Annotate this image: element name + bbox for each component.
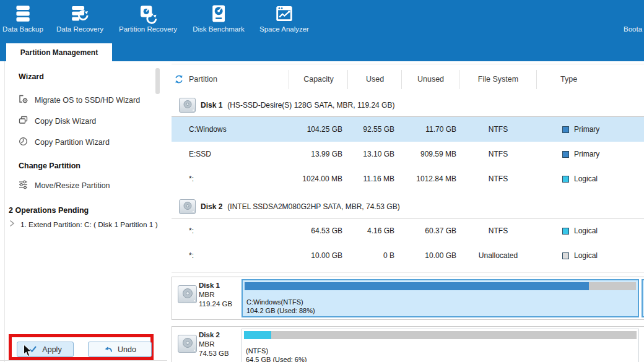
cell-type: Logical [537, 251, 644, 260]
column-separator [347, 70, 348, 89]
sidebar-item-label: Migrate OS to SSD/HD Wizard [35, 96, 140, 105]
partition-type-swatch [562, 151, 569, 158]
toolbar-item-partition-recovery[interactable]: Partition Recovery [119, 3, 177, 33]
sidebar-item-label: Move/Resize Partition [35, 181, 110, 190]
cell-capacity: 104.25 GB [289, 125, 348, 134]
sidebar-item-move-resize[interactable]: Move/Resize Partition [18, 180, 110, 191]
cell-partition: C:Windows [172, 125, 289, 134]
cell-used: 13.10 GB [348, 150, 402, 158]
toolbar-label: Space Analyzer [259, 25, 309, 33]
partition-table: Partition Capacity Used Unused File Syst… [172, 64, 644, 268]
disk-details: (INTEL SSDSA2M080G2HP SATA, MBR, 74.53 G… [227, 202, 399, 211]
apply-button[interactable]: Apply [17, 342, 74, 357]
disk-map-size: 119.24 GB [199, 300, 232, 308]
check-icon [28, 345, 37, 355]
partition-recovery-icon [119, 3, 177, 24]
cell-unused: 1012.84 MB [402, 175, 459, 183]
partition-block-ntfs[interactable]: (NTFS) 64.5 GB (Used: 6%) [242, 329, 639, 362]
toolbar-item-disk-benchmark[interactable]: Disk Benchmark [193, 3, 245, 33]
section-divider [172, 272, 644, 273]
cell-unused: 909.59 MB [402, 150, 459, 158]
table-header-row: Partition Capacity Used Unused File Syst… [172, 64, 644, 93]
column-separator [459, 70, 459, 89]
sidebar-item-migrate-os[interactable]: Migrate OS to SSD/HD Wizard [18, 95, 140, 106]
partition-block-next[interactable] [642, 279, 644, 317]
undo-button[interactable]: Undo [88, 342, 152, 357]
sidebar-section-change-partition: Change Partition [19, 162, 80, 170]
sidebar-scrollbar[interactable] [155, 68, 160, 94]
disk-map-size: 74.53 GB [199, 350, 229, 357]
table-row[interactable]: C:Windows 104.25 GB 92.55 GB 11.70 GB NT… [172, 117, 644, 142]
cell-file-system: NTFS [459, 175, 537, 183]
cell-partition: *: [172, 175, 289, 183]
partition-block-label: C:Windows(NTFS) [246, 298, 303, 306]
table-row[interactable]: *: 10.00 GB 0 B 10.00 GB Unallocated Log… [172, 243, 644, 268]
disk-name: Disk 2 [201, 202, 222, 211]
cell-unused: 60.37 GB [402, 226, 459, 235]
column-header-capacity[interactable]: Capacity [289, 75, 348, 84]
column-header-unused[interactable]: Unused [402, 75, 459, 84]
column-header-used[interactable]: Used [348, 75, 402, 84]
type-label: Primary [574, 125, 599, 134]
type-label: Logical [574, 175, 598, 183]
usage-bar [244, 331, 637, 339]
cell-used: 4.16 GB [348, 226, 402, 235]
cell-partition: *: [172, 226, 289, 235]
table-row[interactable]: E:SSD 13.99 GB 13.10 GB 909.59 MB NTFS P… [172, 142, 644, 166]
copy-disk-icon [18, 115, 28, 127]
sidebar-item-copy-partition[interactable]: Copy Partition Wizard [18, 137, 110, 148]
cell-capacity: 13.99 GB [289, 150, 348, 158]
disk-group-header-disk2[interactable]: Disk 2 (INTEL SSDSA2M080G2HP SATA, MBR, … [172, 195, 644, 218]
column-header-partition[interactable]: Partition [172, 75, 289, 84]
partition-type-swatch [562, 228, 569, 235]
operations-pending-title: 2 Operations Pending [9, 206, 89, 215]
disk-map-scheme: MBR [199, 340, 215, 348]
cell-used: 11.16 MB [348, 175, 402, 183]
toolbar-label: Data Recovery [56, 25, 103, 33]
toolbar-item-data-recovery[interactable]: Data Recovery [56, 3, 103, 33]
cell-used: 0 B [348, 251, 402, 260]
toolbar-item-bootable[interactable]: Boota [624, 25, 642, 33]
table-row[interactable]: *: 1024.00 MB 11.16 MB 1012.84 MB NTFS L… [172, 166, 644, 191]
chevron-right-icon[interactable] [8, 219, 15, 230]
cell-type: Primary [537, 125, 644, 134]
disk-map-name: Disk 1 [199, 282, 220, 289]
refresh-icon[interactable] [174, 74, 184, 86]
window-bottom-border [0, 360, 167, 361]
cell-type: Logical [537, 175, 644, 183]
toolbar-item-space-analyzer[interactable]: Space Analyzer [259, 3, 309, 33]
partition-block-c-windows[interactable]: C:Windows(NTFS) 104.2 GB (Used: 88%) [242, 279, 639, 317]
disk-details: (HS-SSD-Desire(S) 128G SATA, MBR, 119.24… [227, 101, 394, 110]
toolbar-label: Data Backup [2, 25, 43, 33]
sidebar-item-copy-disk[interactable]: Copy Disk Wizard [18, 116, 96, 127]
disk-icon [179, 98, 196, 113]
table-row[interactable]: *: 64.53 GB 4.16 GB 60.37 GB NTFS Logica… [172, 218, 644, 243]
tab-partition-management[interactable]: Partition Management [6, 43, 112, 61]
disk-map-panel-disk1: Disk 1 MBR 119.24 GB C:Windows(NTFS) 104… [172, 277, 644, 320]
disk-map-scheme: MBR [199, 291, 215, 298]
sidebar-section-wizard: Wizard [19, 72, 44, 81]
partition-block-label: (NTFS) [246, 347, 268, 355]
cell-unused: 11.70 GB [402, 125, 459, 134]
copy-partition-icon [18, 136, 28, 149]
column-header-file-system[interactable]: File System [459, 75, 537, 84]
column-header-type[interactable]: Type [537, 75, 644, 84]
cell-partition: E:SSD [172, 150, 289, 158]
undo-button-label: Undo [118, 345, 136, 354]
disk-group-header-disk1[interactable]: Disk 1 (HS-SSD-Desire(S) 128G SATA, MBR,… [172, 93, 644, 117]
cell-file-system: NTFS [459, 226, 537, 235]
type-label: Logical [574, 251, 598, 260]
move-resize-icon [18, 179, 28, 192]
cell-type: Primary [537, 150, 644, 158]
partition-type-swatch [562, 252, 569, 259]
cell-file-system: NTFS [459, 125, 537, 134]
pending-operation-label: 1. Extend Partition: C: ( Disk 1 Partiti… [20, 220, 158, 229]
cell-capacity: 64.53 GB [289, 226, 348, 235]
disk-benchmark-icon [193, 3, 245, 24]
pending-operation-item[interactable]: 1. Extend Partition: C: ( Disk 1 Partiti… [8, 219, 158, 230]
toolbar-item-data-backup[interactable]: Data Backup [2, 3, 43, 33]
column-separator [289, 70, 289, 89]
sidebar-left-border [4, 61, 5, 362]
disk-name: Disk 1 [201, 101, 222, 110]
type-label: Primary [574, 150, 599, 158]
